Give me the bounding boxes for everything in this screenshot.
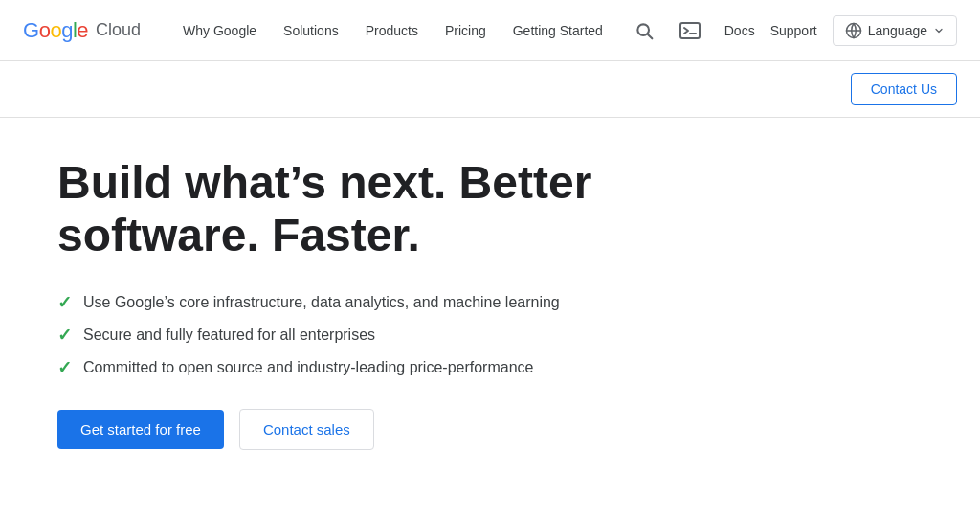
logo[interactable]: Google Cloud [23,18,141,43]
chevron-down-icon [933,25,945,36]
terminal-icon [679,22,701,39]
get-started-button[interactable]: Get started for free [57,410,224,449]
globe-icon [845,22,862,39]
language-label: Language [868,23,927,38]
svg-rect-2 [680,23,700,38]
nav-item-why-google[interactable]: Why Google [171,15,268,46]
check-icon-1: ✓ [57,292,72,313]
hero-cta-buttons: Get started for free Contact sales [57,409,923,450]
support-link[interactable]: Support [770,23,817,38]
google-wordmark: Google [23,18,88,43]
cloud-wordmark: Cloud [96,20,141,40]
search-icon [635,21,654,40]
hero-title: Build what’s next. Better software. Fast… [57,156,708,261]
nav-item-getting-started[interactable]: Getting Started [501,15,614,46]
check-icon-2: ✓ [57,325,72,346]
nav-item-pricing[interactable]: Pricing [434,15,498,46]
main-nav: Google Cloud Why Google Solutions Produc… [0,0,980,61]
language-selector[interactable]: Language [833,15,957,46]
contact-banner: Contact Us [0,61,980,118]
svg-point-0 [637,24,649,35]
console-button[interactable] [671,11,709,50]
search-button[interactable] [625,11,663,50]
nav-utility-icons [625,11,709,50]
feature-item-1: ✓ Use Google’s core infrastructure, data… [57,292,923,313]
feature-item-3: ✓ Committed to open source and industry-… [57,357,923,378]
feature-item-2: ✓ Secure and fully featured for all ente… [57,325,923,346]
nav-right-links: Docs Support Language [724,15,957,46]
docs-link[interactable]: Docs [724,23,755,38]
hero-section: Build what’s next. Better software. Fast… [0,118,980,488]
nav-item-products[interactable]: Products [354,15,430,46]
contact-sales-button[interactable]: Contact sales [239,409,374,450]
hero-features-list: ✓ Use Google’s core infrastructure, data… [57,292,923,378]
nav-item-solutions[interactable]: Solutions [272,15,350,46]
nav-links: Why Google Solutions Products Pricing Ge… [171,15,625,46]
feature-text-2: Secure and fully featured for all enterp… [83,327,375,344]
feature-text-3: Committed to open source and industry-le… [83,359,533,376]
svg-line-1 [648,34,652,38]
contact-us-button[interactable]: Contact Us [851,73,957,105]
feature-text-1: Use Google’s core infrastructure, data a… [83,294,560,311]
check-icon-3: ✓ [57,357,72,378]
